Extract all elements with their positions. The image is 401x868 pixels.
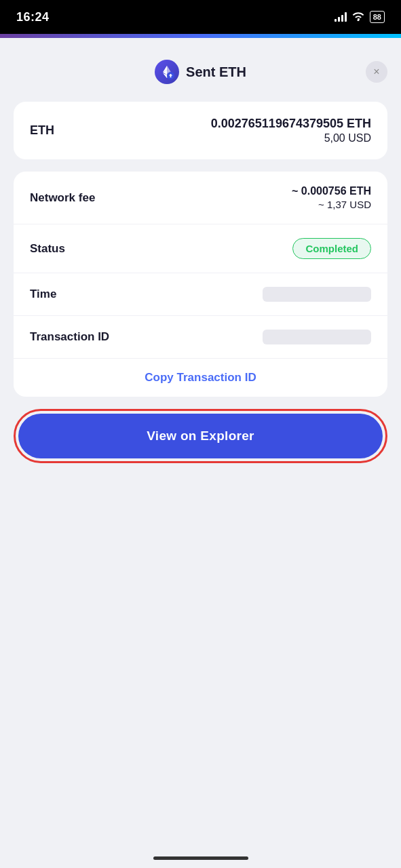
network-fee-label: Network fee xyxy=(30,191,95,205)
page-header: Sent ETH × xyxy=(14,54,387,90)
eth-amount: 0.002765119674379505 ETH xyxy=(211,117,371,131)
copy-transaction-id-button[interactable]: Copy Transaction ID xyxy=(145,371,256,384)
transaction-id-skeleton xyxy=(263,330,371,344)
transaction-id-row: Transaction ID xyxy=(14,316,387,359)
network-fee-usd: ~ 1,37 USD xyxy=(292,199,371,210)
page-title: Sent ETH xyxy=(186,64,246,80)
eth-logo-svg xyxy=(159,64,174,79)
time-label: Time xyxy=(30,288,56,301)
network-fee-value: ~ 0.000756 ETH ~ 1,37 USD xyxy=(292,185,371,210)
usd-amount: 5,00 USD xyxy=(211,132,371,144)
status-bar: 16:24 88 xyxy=(0,0,401,34)
eth-logo xyxy=(155,60,179,84)
amount-values: 0.002765119674379505 ETH 5,00 USD xyxy=(211,117,371,144)
transaction-id-label: Transaction ID xyxy=(30,330,109,344)
status-label: Status xyxy=(30,242,65,256)
time-row: Time xyxy=(14,273,387,316)
view-on-explorer-button[interactable]: View on Explorer xyxy=(18,414,383,458)
status-time: 16:24 xyxy=(16,10,50,24)
amount-label: ETH xyxy=(30,123,54,138)
status-row: Status Completed xyxy=(14,224,387,273)
home-indicator xyxy=(153,856,248,860)
signal-icon xyxy=(335,12,347,22)
time-skeleton xyxy=(263,287,371,302)
wifi-icon xyxy=(352,12,364,23)
battery-icon: 88 xyxy=(370,11,385,23)
network-fee-row: Network fee ~ 0.000756 ETH ~ 1,37 USD xyxy=(14,172,387,224)
network-fee-eth: ~ 0.000756 ETH xyxy=(292,185,371,197)
explorer-button-wrapper: View on Explorer xyxy=(14,409,387,463)
status-icons: 88 xyxy=(335,11,385,23)
close-button[interactable]: × xyxy=(366,61,387,83)
details-card: Network fee ~ 0.000756 ETH ~ 1,37 USD St… xyxy=(14,172,387,397)
copy-link-row: Copy Transaction ID xyxy=(14,359,387,397)
main-content: Sent ETH × ETH 0.002765119674379505 ETH … xyxy=(0,38,401,490)
status-badge: Completed xyxy=(292,238,371,259)
amount-card: ETH 0.002765119674379505 ETH 5,00 USD xyxy=(14,102,387,159)
